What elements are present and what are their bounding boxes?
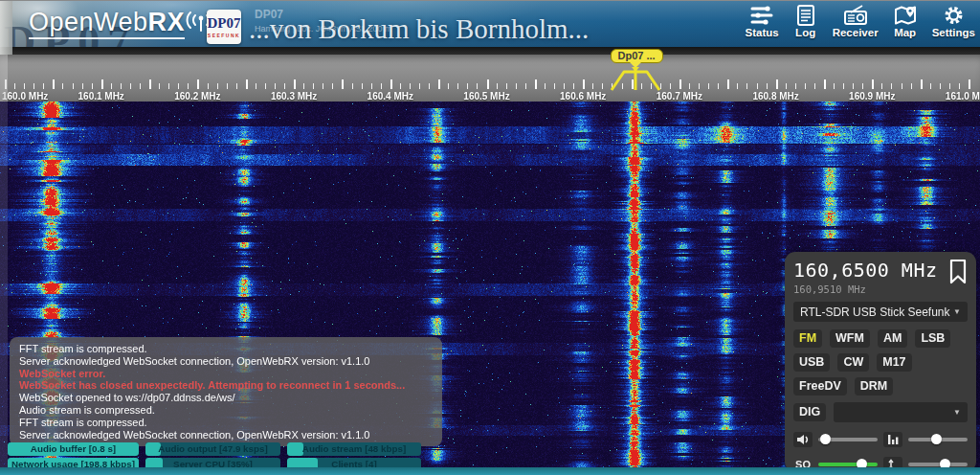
scale-label: 160.4 MHz (368, 91, 413, 102)
scale-tick (767, 83, 768, 89)
mode-button-am[interactable]: AM (878, 329, 907, 348)
scale-tick (381, 83, 382, 89)
nav-item-map[interactable]: Map (889, 5, 922, 38)
scale-tick (332, 83, 333, 89)
scale-tick (256, 83, 256, 89)
scale-label: 160.1 MHz (78, 91, 124, 102)
header-sub-strip (0, 47, 980, 55)
frequency-scale[interactable]: 160.0 MHz160.1 MHz160.2 MHz160.3 MHz160.… (0, 55, 980, 102)
scale-tick (834, 83, 835, 89)
mode-button-cw[interactable]: CW (837, 353, 869, 372)
waterfall-max-slider-thumb[interactable] (931, 434, 942, 444)
scale-tick (891, 83, 892, 89)
scale-tick (438, 79, 440, 89)
volume-slider-thumb[interactable] (820, 434, 831, 444)
speaker-icon (796, 434, 810, 445)
nav-item-status[interactable]: Status (746, 5, 779, 38)
scale-tick (940, 83, 941, 89)
logo-text-bold: RX (148, 8, 186, 36)
scale-tick (342, 79, 344, 89)
nav-label: Map (894, 27, 916, 38)
scale-tick (564, 83, 565, 89)
waterfall-edge-strip (0, 102, 8, 468)
waterfall-max-slider[interactable] (908, 438, 968, 441)
scale-tick (805, 83, 806, 89)
mode-button-fm[interactable]: FM (793, 329, 822, 348)
scale-tick (14, 83, 15, 89)
passband-indicator[interactable] (610, 66, 661, 92)
scale-tick (497, 83, 498, 89)
nav-label: Settings (932, 27, 975, 38)
digital-mode-select[interactable]: ▼ (834, 402, 968, 422)
scale-tick (265, 83, 266, 89)
scale-tick (130, 83, 131, 89)
status-bar: Audio buffer [0.8 s] (8, 442, 139, 456)
mode-button-drm[interactable]: DRM (855, 377, 893, 396)
nav-item-log[interactable]: Log (790, 5, 822, 38)
dp07-badge[interactable]: DP07 SEEFUNK (207, 10, 241, 44)
bookmark-dp07[interactable]: Dp07 ... (611, 49, 663, 63)
scale-label: 160.5 MHz (463, 91, 509, 102)
settings-icon (943, 5, 965, 26)
tuned-frequency[interactable]: 160,6500 MHz (793, 259, 938, 282)
scale-tick (24, 83, 25, 89)
scale-tick (573, 83, 574, 89)
squelch-slider[interactable] (818, 463, 878, 466)
scale-tick (188, 83, 189, 89)
scale-tick (448, 83, 449, 89)
status-bar-label: Audio output [47.9 ksps] (145, 442, 280, 456)
log-line: Server acknowledged WebSocket connection… (19, 355, 433, 368)
scale-tick (140, 83, 141, 89)
mode-button-freedv[interactable]: FreeDV (793, 377, 847, 396)
scale-tick (727, 79, 729, 89)
scale-tick (217, 83, 218, 89)
scale-label: 160.3 MHz (271, 91, 317, 102)
bookmark-icon[interactable] (948, 259, 968, 284)
profile-select[interactable]: RTL-SDR USB Stick Seefunk ▼ (793, 302, 968, 322)
scale-tick (535, 79, 537, 89)
scale-tick (303, 83, 304, 89)
mute-button[interactable] (793, 432, 813, 447)
scale-tick (400, 83, 401, 89)
left-edge-strip (0, 1, 12, 55)
scale-tick (872, 79, 874, 89)
scale-tick (168, 83, 169, 89)
scale-tick (62, 83, 63, 89)
receiver-panel: 160,6500 MHz 160,9510 MHz RTL-SDR USB St… (785, 252, 976, 472)
scale-tick (969, 79, 970, 89)
scale-tick (689, 83, 690, 89)
header-nav: StatusLogReceiverMapSettings (746, 5, 976, 38)
mode-button-lsb[interactable]: LSB (915, 329, 950, 348)
scale-tick (921, 79, 923, 89)
scale-tick (43, 83, 44, 89)
scale-tick (902, 83, 902, 89)
log-line: WebSocket error. (19, 368, 433, 380)
scale-tick (294, 79, 296, 89)
scale-tick (477, 83, 478, 89)
openwebrx-logo[interactable]: OpenWebRX (29, 8, 217, 39)
volume-slider[interactable] (818, 438, 878, 441)
scale-tick (776, 79, 778, 89)
mode-button-usb[interactable]: USB (793, 353, 830, 372)
mode-button-dig[interactable]: DIG (793, 403, 826, 421)
log-messages-panel: FFT stream is compressed.Server acknowle… (10, 337, 442, 446)
status-bar-label: Audio buffer [0.8 s] (8, 442, 139, 456)
nav-item-settings[interactable]: Settings (932, 5, 975, 38)
mode-button-m17[interactable]: M17 (877, 353, 911, 372)
scale-tick (208, 83, 209, 89)
scale-tick (178, 83, 179, 89)
waterfall-colors-button[interactable] (883, 432, 902, 447)
waterfall-colors-icon (887, 434, 900, 445)
waterfall-min-slider[interactable] (908, 463, 968, 466)
scale-tick (410, 83, 411, 89)
scale-tick (814, 83, 815, 89)
nav-label: Receiver (833, 27, 879, 38)
scale-label: 161.0 MHz (946, 91, 980, 102)
scale-label: 160.6 MHz (560, 91, 606, 102)
scale-tick (53, 79, 55, 89)
mode-button-wfm[interactable]: WFM (830, 329, 870, 348)
scale-tick (371, 83, 372, 89)
scale-tick (881, 83, 882, 89)
nav-item-receiver[interactable]: Receiver (833, 5, 879, 38)
scale-tick (390, 79, 392, 89)
